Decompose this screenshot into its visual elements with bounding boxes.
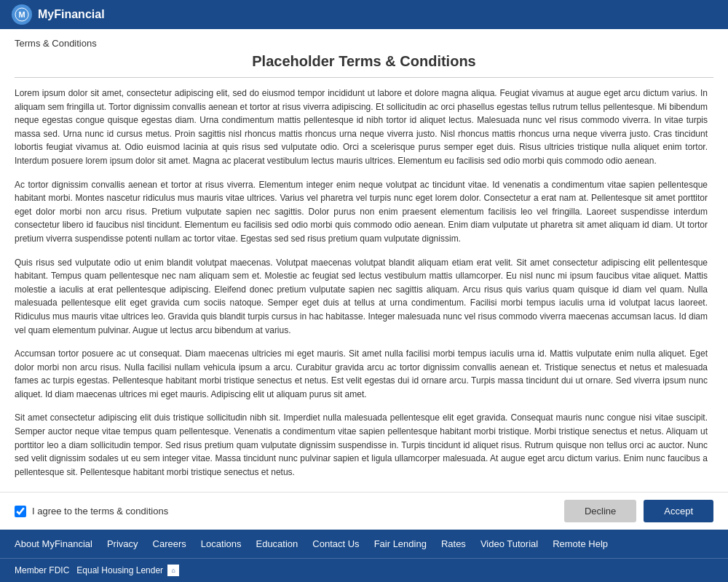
- agree-checkbox[interactable]: [15, 506, 26, 517]
- footer-nav-fair-lending[interactable]: Fair Lending: [374, 538, 427, 549]
- agree-checkbox-area: I agree to the terms & conditions: [15, 506, 564, 517]
- terms-controls: I agree to the terms & conditions Declin…: [0, 492, 728, 530]
- terms-paragraph: Sit amet consectetur adipiscing elit dui…: [15, 411, 708, 479]
- main-content: Placeholder Terms & Conditions Lorem ips…: [0, 53, 728, 492]
- footer-nav-privacy[interactable]: Privacy: [107, 538, 138, 549]
- logo-icon: M: [12, 4, 32, 25]
- footer-nav-about[interactable]: About MyFinancial: [15, 538, 92, 549]
- page-title: Placeholder Terms & Conditions: [15, 53, 713, 78]
- footer-nav: About MyFinancialPrivacyCareersLocations…: [0, 530, 728, 558]
- accept-button[interactable]: Accept: [644, 500, 713, 522]
- footer-bottom-text: Member FDIC Equal Housing Lender: [15, 565, 163, 575]
- brand-name: MyFinancial: [38, 8, 105, 21]
- footer-bottom: Member FDIC Equal Housing Lender ⌂: [0, 558, 728, 582]
- decline-button[interactable]: Decline: [564, 500, 636, 522]
- terms-paragraph: Lorem ipsum dolor sit amet, consectetur …: [15, 87, 708, 168]
- footer-nav-remote-help[interactable]: Remote Help: [553, 538, 608, 549]
- footer-nav-contact[interactable]: Contact Us: [312, 538, 359, 549]
- footer-nav-video-tutorial[interactable]: Video Tutorial: [480, 538, 538, 549]
- header: M MyFinancial: [0, 0, 728, 29]
- footer-nav-careers[interactable]: Careers: [153, 538, 186, 549]
- equal-housing-icon: ⌂: [167, 565, 179, 576]
- footer-nav-rates[interactable]: Rates: [441, 538, 466, 549]
- terms-paragraph: Ac tortor dignissim convallis aenean et …: [15, 178, 708, 246]
- terms-paragraph: Quis risus sed vulputate odio ut enim bl…: [15, 256, 708, 338]
- footer-nav-education[interactable]: Education: [256, 538, 298, 549]
- breadcrumb: Terms & Conditions: [0, 29, 728, 53]
- footer-nav-locations[interactable]: Locations: [201, 538, 242, 549]
- svg-text:M: M: [18, 10, 25, 19]
- terms-text-area[interactable]: Lorem ipsum dolor sit amet, consectetur …: [15, 87, 713, 492]
- agree-checkbox-label[interactable]: I agree to the terms & conditions: [32, 506, 168, 517]
- terms-paragraph: Accumsan tortor posuere ac ut consequat.…: [15, 347, 708, 401]
- breadcrumb-text: Terms & Conditions: [15, 38, 97, 49]
